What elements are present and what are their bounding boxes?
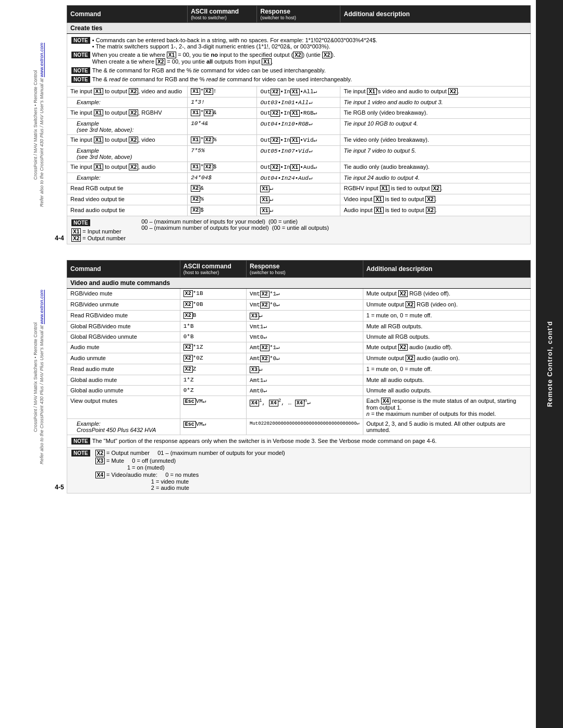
desc-cell: 1 = mute on, 0 = mute off. (363, 364, 530, 375)
resp-cell: Amt0↵ (247, 386, 363, 396)
table-row-example: Example(see 3rd Note, above) 7*5% Out05•… (67, 146, 531, 162)
resp-cell: Amt1↵ (247, 375, 363, 386)
desc-cell-example: Tie input 10 RGB to output 4. (340, 119, 531, 135)
ascii-cell: X2*1B (180, 289, 246, 300)
section2-table-wrapper: Command ASCII command (host to switcher)… (67, 260, 531, 493)
section1-side-label: CrossPoint / MAV Matrix Switchers • Remo… (26, 5, 52, 244)
mute-cmds-header: Video and audio mute commands (67, 278, 531, 289)
ascii-cell-example: 10*4& (188, 119, 257, 135)
section2-side-label: CrossPoint / MAV Matrix Switchers • Remo… (26, 260, 52, 493)
table-row: Read RGB/video mute X2B X3↵ 1 = mute on,… (67, 311, 531, 322)
resp-cell: VmtX2*0↵ (247, 300, 363, 311)
desc-cell: Mute all RGB outputs. (363, 322, 530, 332)
resp-cell: X41, X42, … X4n↵ (247, 396, 363, 419)
desc-cell: 1 = mute on, 0 = mute off. (363, 311, 530, 322)
section1-table: Command ASCII command (host to switcher)… (67, 5, 531, 244)
ascii-cell: X1*X2% (188, 135, 257, 146)
resp-cell: Vmt0↵ (247, 332, 363, 342)
resp-cell: AmtX2*0↵ (247, 353, 363, 364)
ascii-cell-example: 24*04$ (188, 173, 257, 183)
cmd-cell: Tie input X1 to output X2, audio (67, 162, 188, 173)
ascii-cell: X2*1Z (180, 342, 246, 353)
desc-cell: Tie RGB only (video breakaway). (340, 108, 531, 119)
desc-cell: Unmute all RGB outputs. (363, 332, 530, 342)
footer-vars: X1 = Input number X2 = Output number (71, 228, 126, 242)
desc-cell: Video input X1 is tied to output X2. (340, 194, 531, 205)
cmd-cell: Read video output tie (67, 194, 188, 205)
desc-cell: Mute output X2 RGB (video off). (363, 289, 530, 300)
ascii-cell: X2% (188, 194, 257, 205)
cmd-cell: Read RGB/video mute (67, 311, 180, 322)
desc-cell-example: Output 2, 3, and 5 audio is muted. All o… (363, 419, 530, 435)
resp-cell: AmtX2*1↵ (247, 342, 363, 353)
footer-right: 00 – (maximum number of inputs for your … (141, 218, 329, 242)
header-desc: Additional description (340, 6, 531, 23)
header-ascii: ASCII command (host to switcher) (188, 6, 257, 23)
desc-cell: Mute output X2 audio (audio off). (363, 342, 530, 353)
table-row: Read audio mute X2Z X3↵ 1 = mute on, 0 =… (67, 364, 531, 375)
ascii-cell: X2*0B (180, 300, 246, 311)
resp-cell: X1↵ (257, 205, 340, 216)
section2-table: Command ASCII command (host to switcher)… (67, 260, 531, 493)
footer-content: NOTE X2 = Output number 01 – (maximum nu… (71, 450, 526, 491)
ascii-cell-example: 7*5% (188, 146, 257, 162)
cmd-cell-example: Example(see 3rd Note, above) (67, 146, 188, 162)
ascii-cell: X1*X2! (188, 87, 257, 97)
table-row: Audio unmute X2*0Z AmtX2*0↵ Unmute outpu… (67, 353, 531, 364)
ascii-cell: 1*Z (180, 375, 246, 386)
cmd-cell: Tie input X1 to output X2, RGBHV (67, 108, 188, 119)
desc-cell: Tie audio only (audio breakaway). (340, 162, 531, 173)
right-tab: Remote Control, cont'd (536, 0, 563, 728)
cmd-cell: Tie input X1 to output X2, video and aud… (67, 87, 188, 97)
ascii-cell: 0*Z (180, 386, 246, 396)
resp-cell: VmtX2*1↵ (247, 289, 363, 300)
cmd-cell: Global RGB/video unmute (67, 332, 180, 342)
cmd-cell: Audio unmute (67, 353, 180, 364)
desc-cell: Audio input X1 is tied to output X2. (340, 205, 531, 216)
note4: NOTE The & read tie command for RGB and … (71, 76, 352, 83)
ascii-cell: X2Z (180, 364, 246, 375)
cmd-cell: Global audio mute (67, 375, 180, 386)
ascii-cell: 1*B (180, 322, 246, 332)
resp-cell: OutX2•InX1•RGB↵ (257, 108, 340, 119)
ascii-cell-example: EscVM↵ (180, 419, 246, 435)
table-row: RGB/video mute X2*1B VmtX2*1↵ Mute outpu… (67, 289, 531, 300)
section1-table-wrapper: Command ASCII command (host to switcher)… (67, 5, 531, 244)
header-ascii: ASCII command (host to switcher) (180, 261, 246, 278)
section2-label-sub: Refer also to the CrossPoint 430 Plus / … (39, 290, 44, 464)
resp-cell-example: Out05•In07•Vid↵ (257, 146, 340, 162)
resp-cell: OutX2•InX1•All↵ (257, 87, 340, 97)
footer-left: NOTE X1 = Input number X2 = Output numbe… (71, 218, 126, 242)
section2-page-num: 4-5 (52, 260, 67, 493)
desc-cell: Unmute output X2 audio (audio on). (363, 353, 530, 364)
desc-cell: Mute all audio outputs. (363, 375, 530, 386)
cmd-cell: Read audio output tie (67, 205, 188, 216)
section2: CrossPoint / MAV Matrix Switchers • Remo… (26, 260, 531, 493)
ascii-cell: EscVM↵ (180, 396, 246, 419)
table-row: Audio mute X2*1Z AmtX2*1↵ Mute output X2… (67, 342, 531, 353)
desc-cell: Unmute output X2 RGB (video on). (363, 300, 530, 311)
cmd-cell: View output mutes (67, 396, 180, 419)
resp-cell: X1↵ (257, 183, 340, 194)
resp-cell: OutX2•InX1•Aud↵ (257, 162, 340, 173)
table-row: Global audio mute 1*Z Amt1↵ Mute all aud… (67, 375, 531, 386)
resp-cell: Vmt1↵ (247, 322, 363, 332)
resp-cell: X3↵ (247, 364, 363, 375)
verbose-note: NOTE The "Mut" portion of the response a… (71, 438, 437, 445)
ascii-cell: X2*0Z (180, 353, 246, 364)
table-row: Tie input X1 to output X2, video and aud… (67, 87, 531, 97)
section1-label-main: CrossPoint / MAV Matrix Switchers • Remo… (33, 70, 38, 179)
resp-cell-example: Out04•In24•Aud↵ (257, 173, 340, 183)
header-command: Command (67, 261, 180, 278)
desc-cell-example: Tie input 7 video to output 5. (340, 146, 531, 162)
verbose-note-cell: NOTE The "Mut" portion of the response a… (67, 435, 531, 448)
table-row-example: Example(see 3rd Note, above): 10*4& Out0… (67, 119, 531, 135)
create-ties-header: Create ties (67, 23, 531, 34)
desc-cell: RGBHV input X1 is tied to output X2. (340, 183, 531, 194)
cmd-cell: Read RGB output tie (67, 183, 188, 194)
header-command: Command (67, 6, 188, 23)
table-row: Read audio output tie X2$ X1↵ Audio inpu… (67, 205, 531, 216)
verbose-note-row: NOTE The "Mut" portion of the response a… (67, 435, 531, 448)
cmd-cell-example: Example: (67, 173, 188, 183)
note3: NOTE The & tie command for RGB and the %… (71, 67, 326, 74)
